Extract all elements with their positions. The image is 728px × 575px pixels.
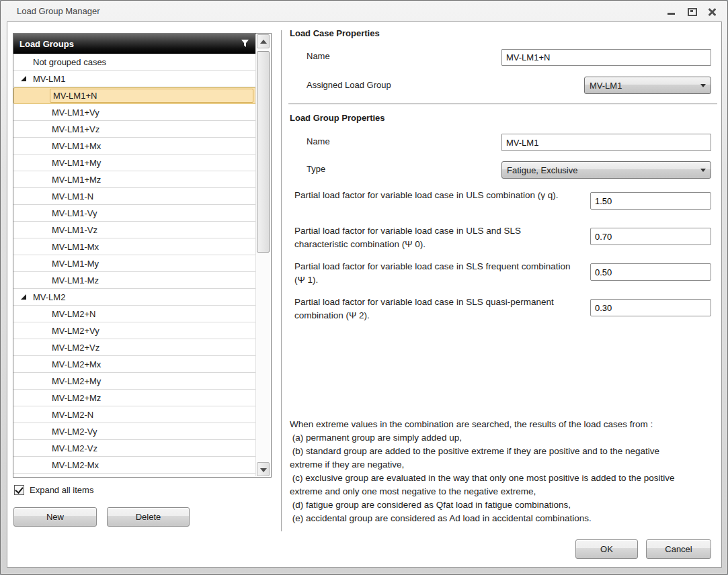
list-item-label: MV-LM1-N (52, 191, 93, 202)
factor-input[interactable] (590, 192, 711, 210)
maximize-icon[interactable] (687, 8, 696, 16)
list-item[interactable]: MV-LM1-Vy (13, 205, 256, 222)
list-item-label: MV-LM1-My (52, 259, 99, 269)
info-line: (e) accidental group are considered as A… (290, 512, 688, 525)
list-item[interactable]: MV-LM2+Mx (13, 356, 256, 373)
load-groups-list: Not grouped casesMV-LM1MV-LM1+NMV-LM1+Vy… (13, 54, 256, 477)
factor-input[interactable] (590, 228, 711, 245)
list-item-label: MV-LM1+N (53, 91, 97, 101)
ok-button[interactable]: OK (575, 539, 638, 559)
list-item[interactable]: MV-LM1-My (13, 255, 256, 272)
scroll-up-icon[interactable] (257, 34, 270, 48)
factor-label: Partial load factor for variable load ca… (294, 189, 577, 202)
delete-button[interactable]: Delete (107, 507, 190, 527)
list-item[interactable]: MV-LM1+Vy (13, 104, 256, 121)
group-type-label: Type (307, 164, 325, 174)
pane-divider (281, 30, 282, 531)
factor-input[interactable] (590, 263, 711, 281)
cancel-button[interactable]: Cancel (646, 539, 711, 559)
info-text-block: When extreme values in the combination a… (290, 418, 688, 525)
list-item-label: MV-LM1+Vy (52, 107, 99, 118)
list-item[interactable]: MV-LM2+My (13, 373, 256, 390)
list-item[interactable]: MV-LM1-Mz (13, 272, 256, 289)
window-controls (667, 7, 717, 17)
group-type-select[interactable]: Fatigue, Exclusive (501, 161, 711, 179)
factor-input[interactable] (590, 299, 711, 316)
info-line: (b) standard group are added to the posi… (290, 445, 688, 472)
load-groups-header-label: Load Groups (19, 39, 74, 49)
selected-item-highlight: MV-LM1+N (50, 89, 253, 103)
chevron-down-icon (700, 169, 706, 172)
list-item-label: MV-LM2-N (52, 410, 93, 420)
list-item-label: MV-LM1-Vz (52, 225, 97, 235)
list-item-label: MV-LM1+My (52, 158, 101, 168)
info-line: (a) permanent group are simply added up, (290, 431, 688, 445)
list-item-label: MV-LM1-Mx (52, 242, 99, 252)
list-item[interactable]: MV-LM1-Vz (13, 222, 256, 238)
list-item-label: MV-LM2-Vy (52, 427, 97, 437)
list-item[interactable]: MV-LM2-Vz (13, 440, 256, 457)
list-item-label: MV-LM1+Mz (52, 175, 101, 185)
filter-funnel-icon[interactable] (241, 39, 249, 50)
case-name-label: Name (307, 51, 330, 61)
list-item[interactable]: MV-LM1-N (13, 188, 256, 205)
close-icon[interactable] (707, 8, 717, 16)
list-item[interactable]: MV-LM2-Mx (13, 457, 256, 474)
info-line: When extreme values in the combination a… (290, 418, 688, 431)
list-item-label: MV-LM2 (33, 292, 65, 302)
group-name-label: Name (307, 136, 330, 146)
load-case-properties-title: Load Case Properties (290, 28, 380, 38)
factor-label: Partial load factor for variable load ca… (294, 224, 577, 251)
list-item[interactable]: MV-LM2-Vy (13, 423, 256, 440)
load-groups-header: Load Groups (13, 34, 256, 54)
list-item-label: Not grouped cases (33, 57, 106, 67)
minimize-icon[interactable] (667, 8, 676, 16)
list-item[interactable]: MV-LM1 (13, 71, 256, 87)
list-item-label: MV-LM2+Mz (52, 393, 101, 403)
factor-label: Partial load factor for variable load ca… (294, 296, 577, 322)
assigned-load-group-value: MV-LM1 (590, 81, 622, 91)
list-item-label: MV-LM2+Vy (52, 326, 99, 336)
list-item-label: MV-LM2-Vz (52, 443, 97, 453)
section-divider (288, 103, 717, 105)
list-item[interactable]: MV-LM2+N (13, 306, 256, 322)
expand-all-checkbox[interactable] (14, 485, 24, 495)
list-item[interactable]: MV-LM2+Mz (13, 390, 256, 406)
assigned-load-group-select[interactable]: MV-LM1 (584, 77, 711, 94)
list-item[interactable]: MV-LM2+Vy (13, 322, 256, 339)
list-item-label: MV-LM2+N (52, 309, 95, 319)
expand-all-label: Expand all items (30, 485, 93, 495)
list-item[interactable]: MV-LM2+Vz (13, 339, 256, 356)
factor-label: Partial load factor for variable load ca… (294, 260, 577, 287)
list-item[interactable]: MV-LM1+Vz (13, 121, 256, 138)
list-item-label: MV-LM1+Mx (52, 141, 101, 151)
expander-triangle-icon[interactable] (21, 294, 26, 300)
load-group-manager-window: Load Group Manager Load Groups Not group… (0, 0, 728, 575)
scroll-down-icon[interactable] (257, 462, 270, 476)
info-line: (c) exclusive group are evaluated in the… (290, 472, 688, 498)
list-item[interactable]: MV-LM1+My (13, 154, 256, 171)
list-item[interactable]: MV-LM1-Mx (13, 238, 256, 255)
list-item[interactable]: Not grouped cases (13, 54, 256, 71)
expander-triangle-icon[interactable] (21, 76, 26, 81)
group-type-value: Fatigue, Exclusive (507, 165, 578, 175)
list-item-label: MV-LM2+Vz (52, 343, 99, 353)
list-item-label: MV-LM1-Mz (52, 275, 99, 285)
list-item[interactable]: MV-LM1+N (13, 87, 256, 104)
list-scrollbar[interactable] (255, 34, 270, 476)
info-line: (d) fatigue group are considered as Qfat… (290, 498, 688, 512)
window-title: Load Group Manager (17, 6, 100, 16)
list-item[interactable]: MV-LM2 (13, 289, 256, 306)
group-name-input[interactable] (501, 134, 711, 151)
list-item[interactable]: MV-LM2-N (13, 406, 256, 423)
load-groups-listbox: Load Groups Not grouped casesMV-LM1MV-LM… (13, 33, 272, 478)
list-item[interactable]: MV-LM1+Mx (13, 138, 256, 154)
scrollbar-thumb[interactable] (257, 51, 270, 253)
assigned-load-group-label: Assigned Load Group (307, 80, 391, 90)
list-item-label: MV-LM1+Vz (52, 124, 99, 134)
expand-all-checkbox-row: Expand all items (14, 485, 93, 495)
case-name-input[interactable] (501, 49, 711, 66)
list-item[interactable]: MV-LM1+Mz (13, 171, 256, 188)
new-button[interactable]: New (13, 507, 97, 527)
list-item-label: MV-LM1 (33, 74, 65, 84)
